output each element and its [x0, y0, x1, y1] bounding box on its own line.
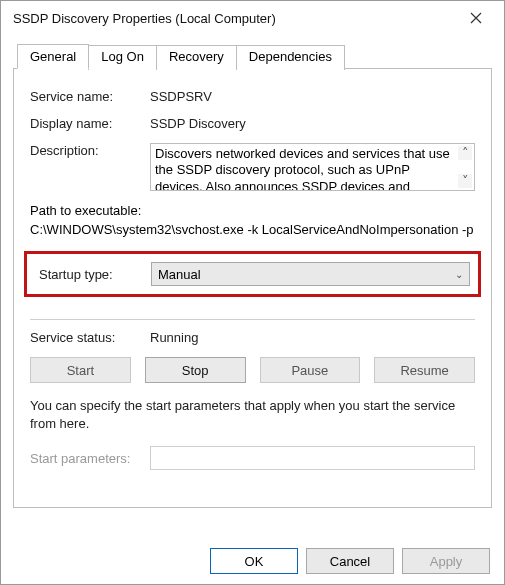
service-status-label: Service status:: [30, 330, 150, 345]
divider: [30, 319, 475, 320]
description-scrollbar[interactable]: ˄ ˅: [458, 146, 472, 188]
close-icon: [470, 12, 482, 24]
resume-button[interactable]: Resume: [374, 357, 475, 383]
dialog-body: General Log On Recovery Dependencies Ser…: [1, 35, 504, 540]
dialog-footer: OK Cancel Apply: [1, 540, 504, 584]
scroll-up-icon[interactable]: ˄: [458, 146, 472, 160]
stop-button[interactable]: Stop: [145, 357, 246, 383]
start-params-input[interactable]: [150, 446, 475, 470]
start-button[interactable]: Start: [30, 357, 131, 383]
tab-panel-general: Service name: SSDPSRV Display name: SSDP…: [13, 68, 492, 508]
window-title: SSDP Discovery Properties (Local Compute…: [13, 11, 456, 26]
display-name-label: Display name:: [30, 116, 150, 131]
startup-type-dropdown[interactable]: Manual ⌄: [151, 262, 470, 286]
tab-recovery[interactable]: Recovery: [156, 45, 237, 70]
titlebar: SSDP Discovery Properties (Local Compute…: [1, 1, 504, 35]
start-params-row: Start parameters:: [30, 446, 475, 470]
chevron-down-icon: ⌄: [455, 269, 463, 280]
startup-type-value: Manual: [158, 267, 201, 282]
properties-dialog: SSDP Discovery Properties (Local Compute…: [0, 0, 505, 585]
start-params-label: Start parameters:: [30, 451, 150, 466]
start-params-hint: You can specify the start parameters tha…: [30, 397, 475, 432]
scroll-down-icon[interactable]: ˅: [458, 174, 472, 188]
pause-button[interactable]: Pause: [260, 357, 361, 383]
service-control-buttons: Start Stop Pause Resume: [30, 357, 475, 383]
path-block: Path to executable: C:\WINDOWS\system32\…: [30, 203, 475, 237]
startup-type-highlight: Startup type: Manual ⌄: [24, 251, 481, 297]
description-label: Description:: [30, 143, 150, 158]
service-name-label: Service name:: [30, 89, 150, 104]
startup-type-label: Startup type:: [39, 267, 151, 282]
display-name-row: Display name: SSDP Discovery: [30, 116, 475, 131]
ok-button[interactable]: OK: [210, 548, 298, 574]
tab-dependencies[interactable]: Dependencies: [236, 45, 345, 70]
description-text: Discovers networked devices and services…: [155, 146, 450, 191]
description-textarea[interactable]: Discovers networked devices and services…: [150, 143, 475, 191]
display-name-value: SSDP Discovery: [150, 116, 475, 131]
cancel-button[interactable]: Cancel: [306, 548, 394, 574]
path-value: C:\WINDOWS\system32\svchost.exe -k Local…: [30, 222, 475, 237]
tab-strip: General Log On Recovery Dependencies: [17, 43, 492, 68]
apply-button[interactable]: Apply: [402, 548, 490, 574]
tab-general[interactable]: General: [17, 44, 89, 69]
service-status-value: Running: [150, 330, 475, 345]
service-status-row: Service status: Running: [30, 330, 475, 345]
close-button[interactable]: [456, 3, 496, 33]
path-label: Path to executable:: [30, 203, 475, 218]
service-name-value: SSDPSRV: [150, 89, 475, 104]
tab-logon[interactable]: Log On: [88, 45, 157, 70]
service-name-row: Service name: SSDPSRV: [30, 89, 475, 104]
description-row: Description: Discovers networked devices…: [30, 143, 475, 191]
